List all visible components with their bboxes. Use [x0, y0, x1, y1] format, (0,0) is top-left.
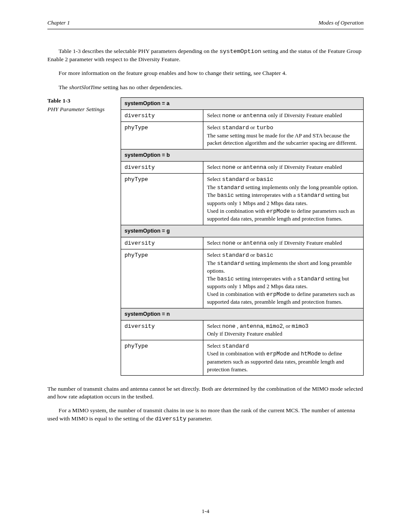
intro-text: Table 1-3 describes the selectable PHY p…	[47, 47, 364, 91]
table-section-header: systemOption = b	[121, 149, 364, 161]
param-name-cell: diversity	[121, 161, 203, 174]
header-chapter: Chapter 1	[47, 19, 70, 26]
table-row: diversitySelect none or antenna only if …	[121, 109, 364, 122]
table-row: phyTypeSelect standard or basicThe stand…	[121, 174, 364, 225]
page-footer: 1-4	[0, 508, 411, 515]
param-desc-cell: Select standard or basicThe standard set…	[203, 249, 364, 308]
page-header: Chapter 1 Modes of Operation	[47, 19, 364, 29]
param-desc-cell: Select none or antenna only if Diversity…	[203, 161, 364, 174]
table-row: diversitySelect none or antenna only if …	[121, 237, 364, 249]
after-paragraph-1: The number of transmit chains and antenn…	[47, 385, 364, 401]
header-section: Modes of Operation	[318, 19, 364, 26]
param-name-cell: diversity	[121, 237, 203, 249]
param-name-cell: diversity	[121, 320, 203, 340]
table-row: phyTypeSelect standardUsed in combinatio…	[121, 340, 364, 375]
table-row: diversitySelect none , antenna, mimo2, o…	[121, 320, 364, 340]
table-number: Table 1-3	[47, 97, 111, 104]
intro-paragraph-2: For more information on the feature grou…	[47, 69, 364, 77]
intro-paragraph-1: Table 1-3 describes the selectable PHY p…	[47, 47, 364, 63]
table-section-header: systemOption = n	[121, 308, 364, 320]
table-row: diversitySelect none or antenna only if …	[121, 161, 364, 174]
param-name-cell: phyType	[121, 174, 203, 225]
table-row: phyTypeSelect standard or turboThe same …	[121, 122, 364, 149]
param-desc-cell: Select none or antenna only if Diversity…	[203, 109, 364, 122]
table-section-header: systemOption = g	[121, 225, 364, 237]
page-number: 1-4	[202, 508, 209, 515]
intro-paragraph-3: The shortSlotTime setting has no other d…	[47, 84, 364, 91]
param-desc-cell: Select standard or basicThe standard set…	[203, 174, 364, 225]
param-desc-cell: Select standardUsed in combination with …	[203, 340, 364, 375]
param-desc-cell: Select standard or turboThe same setting…	[203, 122, 364, 149]
param-name-cell: phyType	[121, 340, 203, 375]
phy-parameter-table: systemOption = adiversitySelect none or …	[121, 97, 364, 376]
table-row: phyTypeSelect standard or basicThe stand…	[121, 249, 364, 308]
after-paragraph-2: For a MIMO system, the number of transmi…	[47, 407, 364, 423]
table-section-header: systemOption = a	[121, 97, 364, 109]
table-title: PHY Parameter Settings	[47, 106, 111, 113]
table-caption: Table 1-3 PHY Parameter Settings	[47, 97, 111, 113]
param-desc-cell: Select none , antenna, mimo2, or mimo3On…	[203, 320, 364, 340]
param-desc-cell: Select none or antenna only if Diversity…	[203, 237, 364, 249]
param-name-cell: phyType	[121, 122, 203, 149]
param-name-cell: diversity	[121, 109, 203, 122]
param-name-cell: phyType	[121, 249, 203, 308]
after-text: The number of transmit chains and antenn…	[47, 385, 364, 423]
